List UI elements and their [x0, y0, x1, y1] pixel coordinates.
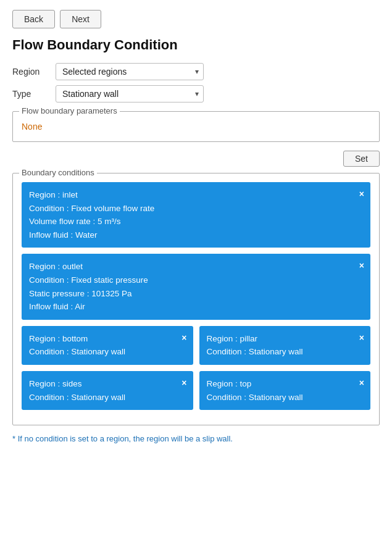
card-sides-region: Region : sides [29, 377, 186, 391]
card-bottom-condition: Condition : Stationary wall [29, 345, 186, 359]
top-buttons-bar: Back Next [12, 10, 380, 28]
card-pillar-condition: Condition : Stationary wall [207, 345, 364, 359]
close-icon-outlet[interactable]: × [359, 259, 364, 272]
card-outlet-extra1: Static pressure : 101325 Pa [29, 287, 363, 301]
type-select-wrapper: Stationary wallFixed volume flow rateFix… [56, 85, 204, 102]
boundary-conditions-legend: Boundary conditions [19, 168, 97, 177]
set-btn-row: Set [12, 151, 380, 167]
card-pillar-region: Region : pillar [207, 332, 364, 346]
card-inlet-extra2: Inflow fluid : Water [29, 228, 363, 242]
type-row: Type Stationary wallFixed volume flow ra… [12, 85, 380, 102]
close-icon-bottom[interactable]: × [181, 331, 186, 344]
type-select[interactable]: Stationary wallFixed volume flow rateFix… [56, 85, 204, 102]
close-icon-top[interactable]: × [359, 376, 364, 390]
next-button[interactable]: Next [60, 10, 101, 28]
card-sides: × Region : sides Condition : Stationary … [22, 371, 193, 410]
card-pillar: × Region : pillar Condition : Stationary… [199, 326, 371, 365]
card-top-region: Region : top [207, 377, 364, 391]
region-row: Region Selected regionsinletoutletbottom… [12, 63, 380, 80]
card-outlet-region: Region : outlet [29, 260, 363, 274]
card-bottom: × Region : bottom Condition : Stationary… [22, 326, 193, 365]
close-icon-inlet[interactable]: × [359, 187, 364, 201]
type-label: Type [12, 89, 56, 99]
close-icon-sides[interactable]: × [181, 376, 186, 390]
back-button[interactable]: Back [12, 10, 55, 28]
flow-boundary-legend: Flow boundary parameters [19, 106, 120, 115]
footer-note: * If no condition is set to a region, th… [12, 434, 380, 443]
card-sides-condition: Condition : Stationary wall [29, 391, 186, 404]
region-label: Region [12, 67, 56, 77]
card-outlet-condition: Condition : Fixed static pressure [29, 274, 363, 287]
card-inlet-condition: Condition : Fixed volume flow rate [29, 202, 363, 215]
card-outlet-extra2: Inflow fluid : Air [29, 300, 363, 314]
region-select-wrapper: Selected regionsinletoutletbottompillars… [56, 63, 204, 80]
card-bottom-region: Region : bottom [29, 332, 186, 346]
cards-row-sides-top: × Region : sides Condition : Stationary … [22, 371, 370, 410]
set-button[interactable]: Set [343, 151, 380, 167]
card-inlet: × Region : inlet Condition : Fixed volum… [22, 182, 370, 248]
card-inlet-extra1: Volume flow rate : 5 m³/s [29, 215, 363, 228]
card-inlet-region: Region : inlet [29, 188, 363, 202]
region-select[interactable]: Selected regionsinletoutletbottompillars… [56, 63, 204, 80]
card-outlet: × Region : outlet Condition : Fixed stat… [22, 254, 370, 319]
close-icon-pillar[interactable]: × [359, 331, 364, 344]
boundary-conditions-box: Boundary conditions × Region : inlet Con… [12, 173, 380, 425]
none-text: None [22, 118, 370, 133]
flow-boundary-parameters-box: Flow boundary parameters None [12, 111, 380, 142]
page-title: Flow Boundary Condition [12, 37, 380, 53]
card-top: × Region : top Condition : Stationary wa… [199, 371, 371, 410]
cards-row-bottom-pillar: × Region : bottom Condition : Stationary… [22, 326, 370, 365]
card-top-condition: Condition : Stationary wall [207, 391, 364, 404]
